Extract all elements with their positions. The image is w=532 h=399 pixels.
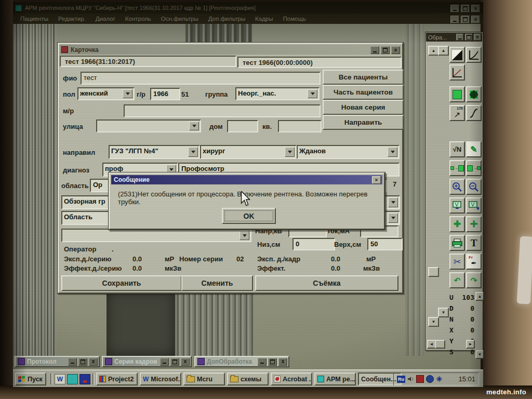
zoom-out-icon[interactable] <box>466 179 482 195</box>
dialog-titlebar[interactable]: Сообщение <box>111 175 382 184</box>
text-tool-icon[interactable]: T <box>466 235 482 251</box>
pen-icon[interactable]: ✎ <box>466 141 482 157</box>
menu-dialog[interactable]: Диалог <box>96 16 115 22</box>
scroll-right-icon[interactable]: ► <box>466 340 475 349</box>
curve-plot-icon[interactable] <box>466 47 482 63</box>
maximize-icon[interactable] <box>465 34 472 41</box>
tray-red-icon[interactable] <box>416 375 424 383</box>
street-select[interactable] <box>96 119 201 132</box>
zoom-in-icon[interactable] <box>449 179 465 195</box>
word-quicklaunch-icon[interactable]: W <box>55 374 65 384</box>
green-dashed-square-icon[interactable] <box>466 86 482 102</box>
scroll-down-icon[interactable]: ▼ <box>428 317 439 327</box>
task-project2[interactable]: Project2 <box>96 373 138 385</box>
chevron-down-icon[interactable] <box>388 213 398 223</box>
chevron-down-icon[interactable] <box>388 147 397 157</box>
referrer-org-select[interactable]: ГУЗ "ЛГП №4" <box>109 145 200 159</box>
task-word[interactable]: W Microsof... <box>140 373 181 385</box>
chevron-down-icon[interactable] <box>240 231 249 240</box>
tray-blue-icon[interactable] <box>426 375 434 383</box>
monitor-sparkle-icon[interactable] <box>466 197 482 214</box>
refer-button[interactable]: Направить <box>323 115 404 130</box>
save-disk-icon[interactable] <box>79 374 90 384</box>
chevron-down-icon[interactable] <box>285 147 295 157</box>
new-series-button[interactable]: Новая серия <box>323 100 404 115</box>
close-icon[interactable]: × <box>372 176 381 184</box>
fr-pen-icon[interactable]: Fr ✒ <box>466 254 482 270</box>
language-indicator[interactable]: Ru <box>397 376 405 383</box>
tab-patient-other[interactable]: тест 1966(00:00:0000) <box>237 57 402 68</box>
menu-edit[interactable]: Редактир. <box>58 16 86 22</box>
arrow-170-icon[interactable]: 170 ↗ <box>449 105 465 121</box>
save-button[interactable]: Сохранить <box>61 275 182 291</box>
gender-select[interactable]: женский <box>77 87 135 100</box>
task-mcru[interactable]: Mcru <box>183 373 225 385</box>
teal-app-icon[interactable] <box>67 374 78 384</box>
clock[interactable]: 15:01 <box>458 375 475 383</box>
miniwindow-series[interactable]: Серия кадров x <box>102 356 192 367</box>
speaker-icon[interactable] <box>407 376 414 382</box>
change-button[interactable]: Сменить <box>181 275 253 291</box>
rotate-right-icon[interactable]: ↷ <box>466 272 482 288</box>
task-arm[interactable]: АРМ ре... <box>314 373 356 385</box>
flat-input[interactable] <box>278 120 322 132</box>
shrink-region-icon[interactable]: → <box>466 160 482 176</box>
miniwindow-protocol[interactable]: Протокол x <box>15 356 100 367</box>
maximize-icon[interactable] <box>461 5 470 12</box>
card-titlebar[interactable]: Карточка <box>60 45 401 55</box>
task-acrobat[interactable]: Acrobat ... <box>271 373 312 385</box>
chevron-down-icon[interactable] <box>308 89 317 98</box>
miniwindow-postprocess[interactable]: ДопОбработка x <box>194 356 289 367</box>
minimize-icon[interactable] <box>450 16 459 23</box>
chevron-down-icon[interactable] <box>123 89 132 98</box>
contrast-invert-icon[interactable] <box>449 47 465 63</box>
ok-button[interactable]: OK <box>222 208 276 224</box>
chevron-down-icon[interactable] <box>188 147 198 157</box>
scroll-up-icon[interactable]: ▲ <box>475 292 483 301</box>
house-input[interactable] <box>227 120 258 132</box>
menu-add-filters[interactable]: Доп.фильтры <box>208 16 245 22</box>
scroll-up-icon[interactable]: ▲ <box>428 46 439 56</box>
scrollbar-thumb[interactable] <box>435 340 445 349</box>
part-patients-button[interactable]: Часть пациентов <box>323 85 404 100</box>
linear-plot-icon[interactable] <box>449 64 465 81</box>
close-icon[interactable]: × <box>471 16 480 23</box>
maximize-icon[interactable] <box>381 46 390 54</box>
rotate-left-icon[interactable]: ↶ <box>449 272 465 288</box>
scroll-up-icon[interactable]: ▲ <box>438 46 449 56</box>
minimize-icon[interactable] <box>258 358 267 366</box>
expand-region-icon[interactable]: → <box>449 160 465 176</box>
minimize-icon[interactable] <box>450 5 459 12</box>
task-schemes[interactable]: схемы <box>227 373 269 385</box>
sqrt-filter-icon[interactable]: √N <box>449 141 465 157</box>
tab-patient-current[interactable]: тест 1966(31:10:2017) <box>60 56 236 67</box>
close-icon[interactable]: x <box>181 358 190 366</box>
tray-cross-icon[interactable] <box>436 376 443 382</box>
close-icon[interactable]: × <box>474 34 481 41</box>
move-expand-icon[interactable]: ✚ <box>449 216 465 232</box>
monitor-adjust-icon[interactable] <box>449 197 465 214</box>
maximize-icon[interactable] <box>78 358 87 366</box>
blank-button[interactable] <box>428 267 439 277</box>
close-icon[interactable]: x <box>89 358 98 366</box>
referrer-doctor-select[interactable]: Жданов <box>297 145 400 159</box>
close-icon[interactable]: × <box>471 5 480 12</box>
maximize-icon[interactable] <box>461 16 470 23</box>
menu-help[interactable]: Помощь <box>283 16 306 22</box>
menu-control[interactable]: Контроль <box>125 16 151 22</box>
maximize-icon[interactable] <box>268 358 277 366</box>
s-curve-icon[interactable] <box>466 105 482 121</box>
fio-input[interactable]: тест <box>81 72 321 85</box>
move-contract-icon[interactable]: ✛ <box>466 216 482 232</box>
minimize-icon[interactable] <box>160 358 169 366</box>
green-square-icon[interactable] <box>449 86 465 102</box>
top-cm-input[interactable]: 50 <box>367 238 403 250</box>
bottom-cm-input[interactable]: 0 <box>292 238 335 250</box>
menu-frames[interactable]: Кадры <box>255 16 273 22</box>
chevron-down-icon[interactable] <box>189 122 199 130</box>
close-icon[interactable]: x <box>278 358 287 366</box>
close-icon[interactable]: × <box>391 46 400 54</box>
birthplace-input[interactable] <box>124 104 321 117</box>
scroll-down-icon[interactable]: ▼ <box>438 308 449 317</box>
minimize-icon[interactable] <box>370 46 379 54</box>
